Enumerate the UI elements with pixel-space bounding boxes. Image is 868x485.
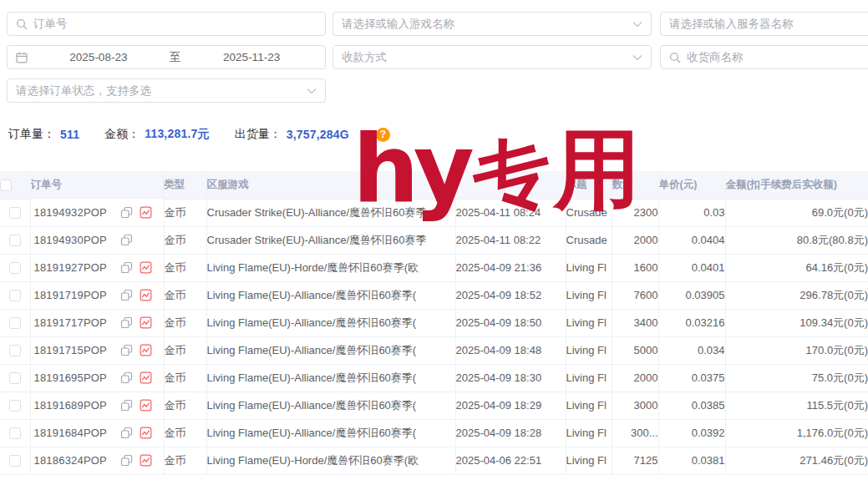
game-server: Crusader Strike(EU)-Alliance/魔兽怀旧60赛季: [206, 199, 455, 226]
screenshot-image-icon[interactable]: [140, 454, 152, 467]
unit-price: 0.03: [658, 199, 725, 226]
game-server: Crusader Strike(EU)-Alliance/魔兽怀旧60赛季: [206, 226, 455, 254]
amount-after-fee: 1,176.0元(0元): [725, 419, 868, 447]
copy-icon[interactable]: [120, 399, 133, 412]
game-server: Living Flame(EU)-Alliance/魔兽怀旧60赛季(: [206, 309, 455, 336]
date-end-value[interactable]: 2025-11-23: [186, 51, 317, 63]
quantity: 7600: [612, 281, 658, 309]
order-type: 金币: [164, 392, 206, 419]
row-checkbox[interactable]: [9, 372, 21, 384]
copy-icon[interactable]: [120, 316, 133, 329]
game-server: Living Flame(EU)-Alliance/魔兽怀旧60赛季(: [206, 364, 455, 392]
order-number-search-input[interactable]: [7, 12, 326, 36]
search-icon: [669, 52, 681, 63]
payment-method-select[interactable]: 收款方式: [332, 45, 652, 69]
row-checkbox[interactable]: [9, 345, 21, 356]
copy-icon[interactable]: [120, 206, 133, 219]
unit-price: 0.03905: [658, 281, 725, 309]
order-type: 金币: [164, 336, 206, 364]
copy-icon[interactable]: [120, 371, 133, 384]
order-number: 18194930POP: [34, 234, 108, 246]
server-name-select[interactable]: [660, 12, 868, 36]
header-order-no: 订单号: [31, 171, 165, 199]
copy-icon[interactable]: [120, 344, 133, 356]
screenshot-image-icon[interactable]: [140, 289, 152, 301]
table-row: 18191689POP 金币 Living Flame(EU)-Alliance…: [0, 392, 868, 419]
amount-after-fee: 80.8元(80.8元): [725, 226, 868, 254]
select-all-checkbox[interactable]: [0, 179, 12, 191]
row-checkbox[interactable]: [9, 400, 21, 412]
quantity: 3000: [612, 392, 658, 419]
copy-icon[interactable]: [120, 427, 133, 439]
server-name-input[interactable]: [669, 18, 868, 30]
order-number: 18191695POP: [34, 371, 108, 384]
order-number: 18194932POP: [34, 206, 108, 219]
screenshot-image-icon[interactable]: [140, 316, 152, 329]
order-status-multiselect[interactable]: 请选择订单状态，支持多选: [7, 78, 326, 103]
amount-after-fee: 271.46元(0元): [725, 447, 868, 474]
row-checkbox[interactable]: [9, 207, 21, 219]
order-time: 2025-04-09 18:28: [455, 419, 566, 447]
order-title: Living Fl: [566, 447, 612, 474]
screenshot-image-icon[interactable]: [140, 261, 152, 274]
amount-after-fee: 64.16元(0元): [725, 254, 868, 281]
screenshot-image-icon[interactable]: [140, 206, 152, 219]
screenshot-image-icon[interactable]: [140, 399, 152, 412]
screenshot-image-icon[interactable]: [140, 371, 152, 384]
help-icon[interactable]: ?: [376, 128, 390, 142]
quantity: 2300: [612, 199, 658, 226]
order-title: Living Fl: [566, 364, 612, 392]
amount-after-fee: 115.5元(0元): [725, 392, 868, 419]
game-name-select[interactable]: 请选择或输入游戏名称: [332, 12, 652, 36]
amount-value: 113,281.7元: [145, 127, 210, 142]
order-time: 2025-04-09 18:52: [455, 281, 566, 309]
order-time: 2025-04-09 18:29: [455, 392, 566, 419]
order-type: 金币: [164, 199, 206, 226]
vendor-name-input[interactable]: [687, 51, 868, 63]
header-price: 单价(元): [658, 171, 725, 199]
quantity: 1600: [612, 254, 658, 281]
order-type: 金币: [164, 364, 206, 392]
game-server: Living Flame(EU)-Alliance/魔兽怀旧60赛季(: [206, 281, 455, 309]
row-checkbox[interactable]: [9, 290, 21, 301]
order-time: 2025-04-06 22:51: [455, 447, 566, 474]
vendor-name-search-input[interactable]: [660, 45, 868, 69]
calendar-icon: [16, 52, 28, 63]
date-start-value[interactable]: 2025-08-23: [33, 51, 164, 63]
table-row: 18191719POP 金币 Living Flame(EU)-Alliance…: [0, 281, 868, 309]
game-server: Living Flame(EU)-Horde/魔兽怀旧60赛季(欧: [206, 447, 455, 474]
screenshot-image-icon[interactable]: [140, 344, 152, 356]
unit-price: 0.0392: [658, 419, 725, 447]
payment-select-placeholder: 收款方式: [342, 50, 387, 65]
quantity: 5000: [612, 336, 658, 364]
table-row: 18191695POP 金币 Living Flame(EU)-Alliance…: [0, 364, 868, 392]
amount-after-fee: 109.34元(0元): [725, 309, 868, 336]
row-checkbox[interactable]: [9, 455, 21, 467]
copy-icon[interactable]: [120, 261, 133, 274]
row-checkbox[interactable]: [9, 427, 21, 439]
order-number-input[interactable]: [33, 18, 317, 30]
row-checkbox[interactable]: [9, 235, 21, 246]
row-checkbox[interactable]: [9, 262, 21, 274]
header-qty: 数量: [612, 171, 658, 199]
order-type: 金币: [164, 226, 206, 254]
unit-price: 0.0385: [658, 392, 725, 419]
header-time: [455, 171, 566, 199]
order-time: 2025-04-11 08:22: [455, 226, 566, 254]
screenshot-image-icon[interactable]: [140, 427, 152, 439]
row-checkbox[interactable]: [9, 317, 21, 329]
copy-icon[interactable]: [120, 289, 133, 301]
status-select-placeholder: 请选择订单状态，支持多选: [16, 83, 151, 99]
date-range-picker[interactable]: 2025-08-23 至 2025-11-23: [7, 45, 326, 69]
unit-price: 0.0381: [658, 447, 725, 474]
copy-icon[interactable]: [120, 454, 133, 467]
order-type: 金币: [164, 419, 206, 447]
order-count-value: 511: [60, 128, 79, 141]
shipment-label: 出货量：: [235, 127, 282, 142]
copy-icon[interactable]: [120, 234, 133, 246]
game-server: Living Flame(EU)-Alliance/魔兽怀旧60赛季(: [206, 336, 455, 364]
order-number: 18191927POP: [34, 261, 108, 274]
order-number: 18191684POP: [34, 427, 108, 439]
header-game: 区服游戏: [206, 171, 455, 199]
header-title: 标题: [566, 171, 612, 199]
